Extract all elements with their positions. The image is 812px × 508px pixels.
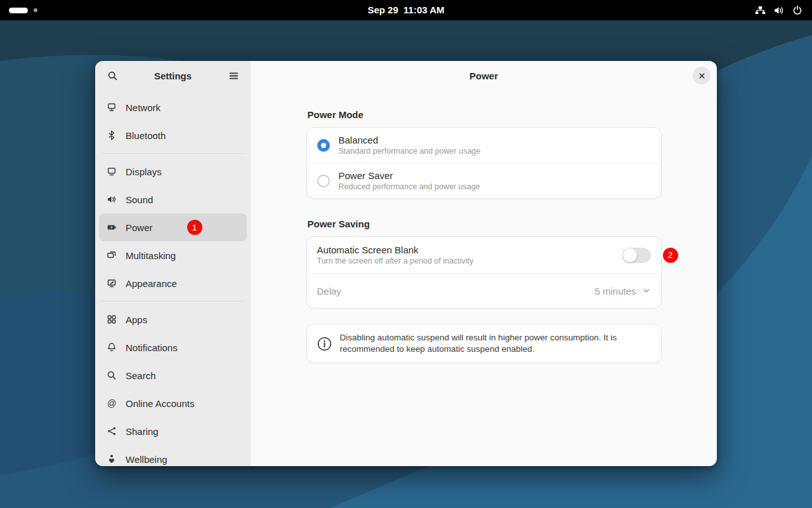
sidebar-item-notifications[interactable]: Notifications bbox=[99, 333, 247, 361]
top-bar: Sep 29 11:03 AM bbox=[0, 0, 812, 20]
at-icon: @ bbox=[107, 398, 117, 408]
separator bbox=[100, 301, 246, 302]
settings-window: Settings Network Bluetooth bbox=[95, 61, 717, 466]
delay-label: Delay bbox=[317, 286, 586, 297]
option-subtitle: Standard performance and power usage bbox=[339, 147, 651, 156]
sidebar-item-label: Apps bbox=[126, 314, 147, 325]
battery-icon bbox=[107, 222, 117, 232]
screen-blank-annotation-badge: 2 bbox=[663, 248, 678, 263]
power-mode-card: Balanced Standard performance and power … bbox=[306, 127, 662, 199]
sidebar-item-sharing[interactable]: Sharing bbox=[99, 417, 247, 445]
sound-icon bbox=[107, 194, 117, 204]
power-mode-option-balanced[interactable]: Balanced Standard performance and power … bbox=[307, 128, 661, 163]
option-subtitle: Reduced performance and power usage bbox=[339, 182, 651, 191]
power-mode-option-power-saver[interactable]: Power Saver Reduced performance and powe… bbox=[307, 163, 661, 198]
sidebar-item-label: Online Accounts bbox=[126, 398, 194, 409]
sidebar-item-power[interactable]: Power 1 bbox=[99, 213, 247, 241]
sidebar-item-appearance[interactable]: Appearance bbox=[99, 269, 247, 297]
main-menu-button[interactable] bbox=[223, 65, 244, 87]
sidebar-item-apps[interactable]: Apps bbox=[99, 305, 247, 333]
sidebar-header: Settings bbox=[95, 61, 251, 91]
settings-sidebar: Settings Network Bluetooth bbox=[95, 61, 251, 466]
network-icon bbox=[107, 102, 117, 112]
delay-row: Delay 5 minutes bbox=[307, 273, 661, 308]
info-icon bbox=[317, 337, 332, 351]
search-icon bbox=[107, 370, 117, 380]
sidebar-item-search[interactable]: Search bbox=[99, 361, 247, 389]
share-icon bbox=[107, 426, 117, 436]
sidebar-item-label: Displays bbox=[126, 166, 162, 177]
suspend-info-banner: Disabling automatic suspend will result … bbox=[306, 324, 662, 363]
multitasking-icon bbox=[107, 250, 117, 260]
apps-grid-icon bbox=[107, 314, 117, 324]
wellbeing-icon bbox=[107, 454, 117, 464]
sidebar-item-displays[interactable]: Displays bbox=[99, 157, 247, 185]
sidebar-item-label: Wellbeing bbox=[126, 454, 167, 465]
row-texts: Delay bbox=[317, 280, 586, 302]
option-texts: Power Saver Reduced performance and powe… bbox=[339, 164, 651, 197]
power-mode-heading: Power Mode bbox=[308, 109, 662, 120]
separator bbox=[100, 153, 246, 154]
sidebar-item-label: Multitasking bbox=[126, 250, 176, 261]
sidebar-item-label: Search bbox=[126, 370, 156, 381]
svg-text:@: @ bbox=[107, 398, 117, 408]
sidebar-item-label: Power bbox=[126, 222, 153, 233]
sidebar-item-label: Sound bbox=[126, 194, 153, 205]
radio-unselected[interactable] bbox=[317, 175, 330, 187]
close-button[interactable] bbox=[693, 67, 710, 84]
info-text: Disabling automatic suspend will result … bbox=[340, 332, 648, 355]
sidebar-nav: Network Bluetooth Displays bbox=[95, 91, 251, 466]
sidebar-item-label: Network bbox=[126, 102, 160, 113]
system-tray[interactable] bbox=[755, 0, 802, 20]
sidebar-item-label: Appearance bbox=[126, 278, 177, 289]
row-subtitle: Turn the screen off after a period of in… bbox=[317, 257, 613, 265]
row-title: Automatic Screen Blank bbox=[317, 244, 613, 255]
sidebar-item-bluetooth[interactable]: Bluetooth bbox=[99, 121, 247, 149]
sidebar-item-label: Bluetooth bbox=[126, 130, 166, 141]
displays-icon bbox=[107, 166, 117, 177]
clock[interactable]: Sep 29 11:03 AM bbox=[0, 0, 812, 20]
power-icon bbox=[792, 5, 802, 15]
volume-icon bbox=[774, 6, 784, 15]
panel-header: Power bbox=[251, 61, 717, 91]
radio-selected[interactable] bbox=[317, 139, 330, 152]
option-title: Power Saver bbox=[339, 170, 651, 181]
sidebar-item-sound[interactable]: Sound bbox=[99, 185, 247, 213]
search-icon bbox=[107, 70, 118, 81]
row-texts: Automatic Screen Blank Turn the screen o… bbox=[317, 239, 613, 272]
option-title: Balanced bbox=[339, 135, 651, 145]
sidebar-item-multitasking[interactable]: Multitasking bbox=[99, 241, 247, 269]
delay-value: 5 minutes bbox=[594, 286, 636, 297]
screen-blank-toggle[interactable] bbox=[622, 248, 651, 263]
delay-dropdown: 5 minutes bbox=[594, 286, 650, 297]
panel-title: Power bbox=[469, 70, 498, 81]
sidebar-item-wellbeing[interactable]: Wellbeing bbox=[99, 445, 247, 466]
panel-content: Power Mode Balanced Standard performance… bbox=[306, 91, 662, 363]
power-annotation-badge: 1 bbox=[187, 220, 202, 235]
option-texts: Balanced Standard performance and power … bbox=[339, 129, 651, 162]
close-icon bbox=[697, 71, 707, 81]
sidebar-item-network[interactable]: Network bbox=[99, 93, 247, 121]
search-button[interactable] bbox=[102, 65, 123, 87]
chevron-down-icon bbox=[642, 286, 651, 295]
appearance-icon bbox=[107, 278, 117, 288]
sidebar-item-label: Notifications bbox=[126, 342, 178, 353]
hamburger-menu-icon bbox=[228, 70, 239, 81]
sidebar-item-label: Sharing bbox=[126, 426, 159, 437]
power-saving-card: Automatic Screen Blank Turn the screen o… bbox=[306, 236, 662, 309]
power-panel: Power Power Mode Balanced Standard perfo… bbox=[251, 61, 717, 466]
power-saving-heading: Power Saving bbox=[308, 218, 662, 229]
sidebar-item-online-accounts[interactable]: @ Online Accounts bbox=[99, 389, 247, 417]
automatic-screen-blank-row: Automatic Screen Blank Turn the screen o… bbox=[307, 237, 661, 273]
bluetooth-icon bbox=[107, 130, 117, 140]
network-wired-icon bbox=[755, 6, 766, 15]
toggle-knob bbox=[623, 248, 637, 262]
bell-icon bbox=[107, 342, 117, 352]
